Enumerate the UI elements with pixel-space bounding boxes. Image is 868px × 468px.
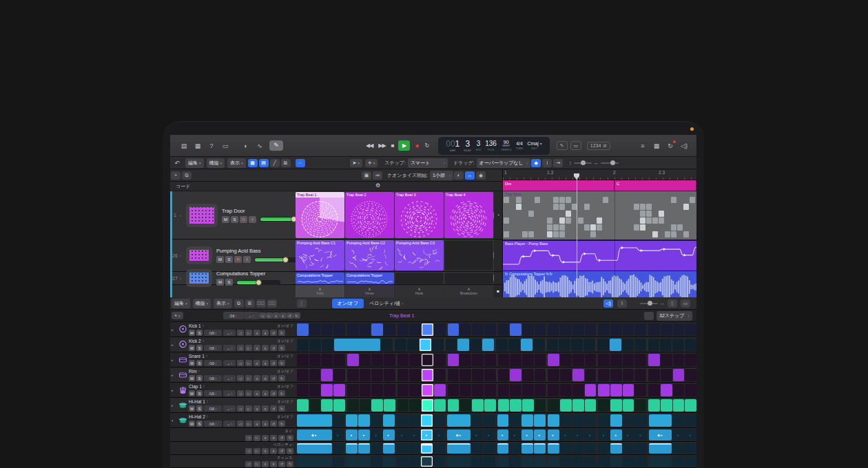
add-row-button[interactable]: +▾ <box>172 312 183 319</box>
step-input-button[interactable]: ∴ <box>296 159 305 167</box>
row-increment-field[interactable]: →↕ <box>223 375 236 381</box>
step-cell-off[interactable] <box>333 456 344 467</box>
row-disclosure-icon[interactable]: ▾ <box>172 413 177 427</box>
nudge-left-button[interactable]: ◁ <box>259 312 266 319</box>
step-cell-off[interactable] <box>660 339 672 351</box>
step-cell-on[interactable]: ▸ <box>521 429 533 440</box>
step-cell-off[interactable] <box>610 354 622 366</box>
lcd-display[interactable]: 001BAR 3BEAT 3DIV 136TICK 90KEEPTEMPO 4/… <box>438 137 550 155</box>
row-rotate-fwd-button[interactable]: ↻ <box>278 345 285 351</box>
editor-zoom-slider[interactable] <box>640 303 658 304</box>
row-rotate-back-button[interactable]: ↺ <box>270 330 277 336</box>
tab-velocity-value[interactable]: ベロシティ/値 ↕ <box>364 299 409 308</box>
step-cell-off[interactable] <box>347 399 359 412</box>
step-cell-off[interactable] <box>484 369 496 381</box>
step-cell-off[interactable] <box>685 384 696 396</box>
row-rotate-back-button[interactable]: ↺ <box>270 375 277 381</box>
step-cell-off[interactable] <box>433 443 445 454</box>
step-cell-off[interactable] <box>409 414 421 427</box>
step-cell-off[interactable] <box>522 384 534 396</box>
step-cell-off[interactable] <box>397 354 409 366</box>
step-cell-on[interactable] <box>297 399 309 412</box>
step-cell-on[interactable] <box>510 399 521 412</box>
step-cell-on[interactable]: ▸ <box>421 429 433 440</box>
step-cell-off[interactable] <box>635 443 647 454</box>
m-row-button[interactable]: M <box>189 421 195 427</box>
step-cell-on[interactable] <box>521 443 533 454</box>
step-cell-on[interactable]: ▸ <box>346 429 358 440</box>
step-cell-off[interactable] <box>597 339 609 351</box>
row-rotate-back-button[interactable]: ↺ <box>278 448 285 454</box>
step-cell-off[interactable] <box>309 354 321 366</box>
step-cell-on[interactable] <box>685 399 696 412</box>
row-reorder-icon[interactable]: ↕ <box>207 414 209 418</box>
row-nudge-left-button[interactable]: ◁ <box>237 330 244 336</box>
row-rotate-fwd-button[interactable]: ↻ <box>278 330 285 336</box>
step-cell-off[interactable] <box>572 323 584 336</box>
step-cell-on[interactable] <box>457 339 469 351</box>
step-cell-off[interactable] <box>634 354 646 366</box>
row-decrease-button[interactable]: ∨ <box>254 405 260 412</box>
step-cell-off[interactable] <box>598 354 610 366</box>
step-cell-off[interactable] <box>371 456 382 467</box>
step-cell-off[interactable] <box>623 414 634 427</box>
step-cell-off[interactable] <box>371 414 382 427</box>
step-cell-off[interactable] <box>535 323 546 336</box>
loop-length-button[interactable] <box>644 312 654 320</box>
step-cell-off[interactable] <box>685 339 696 351</box>
step-cell-on[interactable] <box>510 369 521 381</box>
step-cell-on[interactable] <box>472 399 484 412</box>
m-button[interactable]: M <box>222 216 229 223</box>
step-cell-off[interactable]: ▸ <box>397 429 409 440</box>
step-cell-off[interactable] <box>661 323 672 336</box>
step-cell-on[interactable] <box>434 384 446 396</box>
gear-icon[interactable]: ⚙ <box>375 182 380 189</box>
increase-button[interactable]: ∧ <box>280 312 287 319</box>
step-cell-off[interactable] <box>673 323 685 336</box>
rewind-button[interactable]: ◀◀ <box>366 142 373 149</box>
i-button[interactable]: I <box>243 256 251 263</box>
step-cell-off[interactable] <box>484 443 495 454</box>
step-cell-off[interactable] <box>560 354 572 366</box>
step-cell-off[interactable] <box>446 339 457 351</box>
step-cell-on[interactable] <box>661 384 672 396</box>
step-cell-on[interactable] <box>333 384 345 396</box>
step-cell-off[interactable] <box>434 323 446 336</box>
step-cell-off[interactable] <box>409 323 421 336</box>
step-cell-off[interactable] <box>384 354 395 366</box>
pattern-browser-icon[interactable]: ⊞ <box>245 299 255 308</box>
step-cell-off[interactable] <box>360 354 371 366</box>
step-cell-off[interactable] <box>498 384 510 396</box>
link-button[interactable]: ◉ <box>476 171 486 180</box>
row-reorder-icon[interactable]: ↕ <box>203 323 205 328</box>
count-in-badge[interactable]: 1234⊘ <box>587 142 610 150</box>
step-cell-on[interactable] <box>585 399 597 412</box>
step-cell-off[interactable] <box>297 369 309 381</box>
step-cell-off[interactable]: ▸ <box>685 429 696 440</box>
step-cell-off[interactable] <box>397 384 409 396</box>
row-increment-field[interactable]: →↕ <box>223 360 236 366</box>
row-increase-button[interactable]: ∧ <box>262 360 269 366</box>
view-menu[interactable]: 表示▾ <box>227 158 246 168</box>
step-cell-off[interactable] <box>571 339 583 351</box>
step-cell-off[interactable] <box>484 384 496 396</box>
step-cell-off[interactable] <box>459 384 471 396</box>
row-rotate-back-button[interactable]: ↺ <box>278 435 285 441</box>
bar-ruler[interactable]: 11.322.3 <box>503 169 696 180</box>
step-cell-off[interactable] <box>395 339 406 351</box>
row-increase-button[interactable]: ∧ <box>262 345 269 351</box>
step-cell-on[interactable]: ▸ <box>548 429 559 440</box>
step-cell-off[interactable] <box>472 354 484 366</box>
step-cell-on[interactable] <box>297 414 332 427</box>
step-cell-off[interactable] <box>484 323 496 336</box>
step-cell-off[interactable] <box>560 369 572 381</box>
step-cell-off[interactable] <box>685 369 696 381</box>
step-cell-off[interactable] <box>360 384 371 396</box>
step-cell-off[interactable] <box>548 323 559 336</box>
stop-button[interactable]: ■ <box>391 142 394 149</box>
step-cell-off[interactable]: ▸ <box>635 429 647 440</box>
edit-menu[interactable]: 編集▾ <box>185 158 204 168</box>
row-division-field[interactable]: /16↕ <box>204 345 222 351</box>
step-cell-off[interactable] <box>635 414 647 427</box>
step-cell-on[interactable] <box>610 456 622 467</box>
